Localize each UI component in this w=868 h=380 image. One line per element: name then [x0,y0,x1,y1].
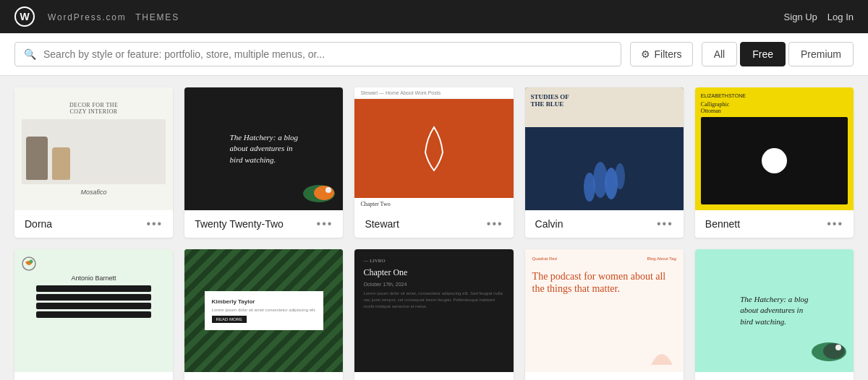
search-wrapper: 🔍 [14,42,621,66]
theme-card-stewart: Stewart — Home About Work Posts Chapter … [354,87,513,238]
livro-label: — LIVRO [363,258,504,264]
barnett-header [22,256,36,271]
theme-preview-stewart[interactable]: Stewart — Home About Work Posts Chapter … [354,87,513,210]
bennett-more[interactable]: ••• [827,217,843,230]
calvin-bottom [525,127,684,210]
svg-point-6 [615,163,625,189]
svg-point-1 [314,186,334,200]
filters-button[interactable]: ⚙ Filters [630,42,693,66]
calvin-top: STUDIES OFTHE BLUE [525,87,684,127]
theme-card-quadrat: Quadrat RedBlog About Tag The podcast fo… [525,249,684,380]
theme-preview-livro[interactable]: — LIVRO Chapter One October 17th, 2024 L… [354,249,513,372]
svg-point-10 [823,343,845,359]
svg-point-2 [326,187,331,193]
theme-preview-calvin[interactable]: STUDIES OFTHE BLUE [525,87,684,210]
stewart-orange [354,99,513,198]
filter-tabs: All Free Premium [702,42,854,66]
vase1 [26,137,48,180]
twentytwo2-footer: Twenty Twenty-Two (N ••• [695,372,854,380]
theme-card-calvin: STUDIES OFTHE BLUE Calvin ••• [525,87,684,238]
bennett-footer: Bennett ••• [695,210,854,238]
top-navigation: W WordPress.com THEMES Sign Up Log In [0,0,868,33]
theme-preview-barnett[interactable]: Antonio Barnett [14,249,173,372]
dorna-preview-image [22,119,166,184]
theme-card-twentytwentytwo: The Hatchery: a blogabout adventures inb… [184,87,343,238]
theme-card-bennett: ELIZABETHSTONE CalligraphicOttoman Benne… [695,87,854,238]
theme-preview-quadrat[interactable]: Quadrat RedBlog About Tag The podcast fo… [525,249,684,372]
bennett-circle [762,148,787,173]
livro-footer: Livro ••• [354,372,513,380]
theme-preview-dorna[interactable]: DECOR FOR THECOZY INTERIOR Mosafico [14,87,173,210]
quadrat-footer: Quadrat Red ••• [525,372,684,380]
tab-all[interactable]: All [702,42,738,66]
bennett-name: Bennett [705,218,740,230]
search-input[interactable] [43,48,612,60]
barnett-footer: Barnett ••• [14,372,173,380]
vase2 [52,147,70,180]
livro-chapter: Chapter One [363,267,504,278]
theme-card-barnett: Antonio Barnett Barnett ••• [14,249,173,380]
themes-grid: DECOR FOR THECOZY INTERIOR Mosafico Dorn… [0,76,868,380]
stewart-topbar: Stewart — Home About Work Posts [354,87,513,99]
svg-point-11 [835,345,841,350]
dorna-footer: Dorna ••• [14,210,173,238]
stewart-title: Chapter Two [354,198,513,210]
calvin-name: Calvin [535,218,563,230]
barnett-buttons [36,285,151,318]
svg-point-8 [30,260,33,264]
quadrat-headline: The podcast for women about all the thin… [532,271,676,295]
sign-up-link[interactable]: Sign Up [784,12,817,22]
twentytwentytwo-more[interactable]: ••• [317,217,333,230]
twentytwo2-text: The Hatchery: a blogabout adventures inb… [734,288,814,333]
theme-card-twentytwo2: The Hatchery: a blogabout adventures inb… [695,249,854,380]
farrow-footer: Farrow ••• [184,372,343,380]
search-icon: 🔍 [24,48,36,60]
stewart-footer: Stewart ••• [354,210,513,238]
filters-label: Filters [655,48,682,60]
gear-icon: ⚙ [641,48,650,60]
twentytwentytwo-preview-text: The Hatchery: a blogabout adventures inb… [230,132,298,165]
barnett-username: Antonio Barnett [72,275,116,282]
theme-card-livro: — LIVRO Chapter One October 17th, 2024 L… [354,249,513,380]
nav-brand-area: W WordPress.com THEMES [14,7,179,27]
nav-actions: Sign Up Log In [784,12,854,22]
tab-free[interactable]: Free [740,42,786,66]
stewart-name: Stewart [365,218,399,230]
bennett-toptext: ELIZABETHSTONE [701,93,848,98]
calvin-more[interactable]: ••• [657,217,673,230]
livro-date: October 17th, 2024 [363,282,504,287]
dorna-brand: Mosafico [81,189,107,196]
theme-preview-twentytwentytwo[interactable]: The Hatchery: a blogabout adventures inb… [184,87,343,210]
tab-premium[interactable]: Premium [788,42,854,66]
stewart-more[interactable]: ••• [487,217,503,230]
theme-preview-farrow[interactable]: Kimberly Taylor Lorem ipsum dolor sit am… [184,249,343,372]
twentytwentytwo-name: Twenty Twenty-Two [195,218,284,230]
farrow-card: Kimberly Taylor Lorem ipsum dolor sit am… [205,291,323,330]
livro-body: Lorem ipsum dolor sit amet, consectetur … [363,290,504,310]
dorna-name: Dorna [25,218,52,230]
dorna-more[interactable]: ••• [146,217,163,230]
theme-preview-bennett[interactable]: ELIZABETHSTONE CalligraphicOttoman [695,87,854,210]
log-in-link[interactable]: Log In [827,12,854,22]
theme-card-farrow: Kimberly Taylor Lorem ipsum dolor sit am… [184,249,343,380]
quadrat-decoration [532,304,676,365]
twentytwentytwo-footer: Twenty Twenty-Two ••• [184,210,343,238]
calvin-footer: Calvin ••• [525,210,684,238]
dorna-preview-text: DECOR FOR THECOZY INTERIOR [69,102,118,115]
quadrat-topbar: Quadrat RedBlog About Tag [532,256,676,261]
search-bar: 🔍 ⚙ Filters All Free Premium [0,33,868,76]
bird-illustration [301,183,337,204]
theme-preview-twentytwo2[interactable]: The Hatchery: a blogabout adventures inb… [695,249,854,372]
nav-brand-label: WordPress.com THEMES [42,11,179,22]
twentytwo2-bird [809,340,849,368]
wordpress-logo: W [14,7,35,27]
theme-card-dorna: DECOR FOR THECOZY INTERIOR Mosafico Dorn… [14,87,173,238]
